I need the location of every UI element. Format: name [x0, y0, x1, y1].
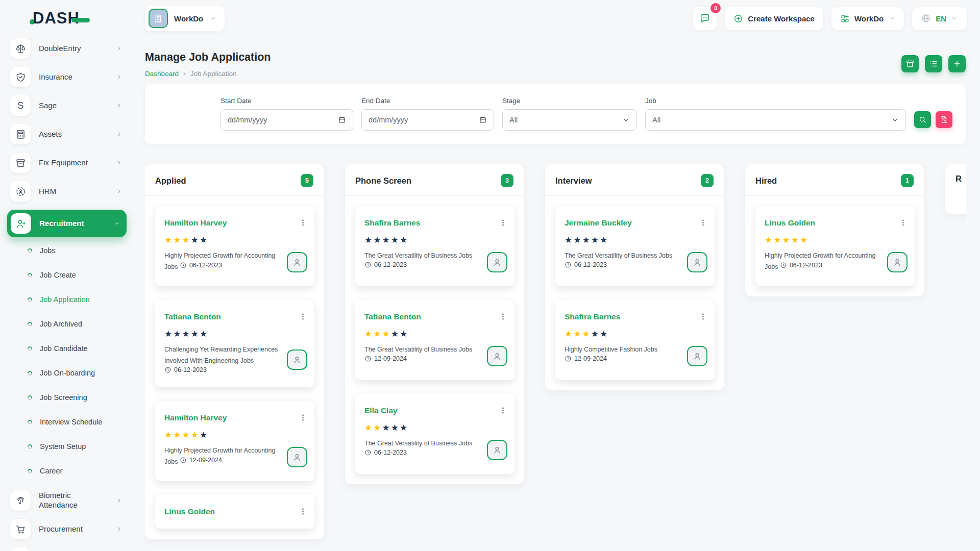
sidebar-subitem-job-screening[interactable]: Job Screening	[10, 392, 122, 403]
candidate-name[interactable]: Shafira Barnes	[565, 312, 620, 322]
column-header: Applied5	[145, 164, 324, 196]
sidebar-subitem-interview-schedule[interactable]: Interview Schedule	[10, 417, 122, 427]
start-date-input[interactable]: dd/mm/yyyy	[220, 109, 353, 131]
breadcrumb-separator: ›	[183, 69, 186, 78]
logo-dash-icon	[71, 18, 90, 22]
job-description: Challenging Yet Rewarding Experiences In…	[164, 346, 278, 364]
star-icon: ★	[600, 329, 608, 339]
candidate-name[interactable]: Jermaine Buckley	[565, 218, 632, 228]
card-menu-button[interactable]	[499, 312, 507, 321]
stage-select[interactable]: All	[502, 109, 637, 131]
sidebar-item-label: Biometric Attendance	[39, 491, 101, 510]
search-button[interactable]	[914, 111, 931, 128]
chevron-down-icon	[888, 15, 895, 22]
column-title: Phone Screen	[355, 176, 411, 186]
candidate-name[interactable]: Shafira Barnes	[364, 218, 420, 228]
candidate-name[interactable]: Tatiana Benton	[164, 312, 221, 322]
card-menu-button[interactable]	[299, 413, 307, 422]
card-menu-button[interactable]	[299, 507, 307, 516]
reset-filters-button[interactable]	[936, 111, 952, 128]
candidate-card[interactable]: Ella Clay★★★★★The Great Versatility of B…	[355, 394, 514, 474]
card-menu-button[interactable]	[299, 312, 307, 321]
sidebar-subitem-job-create[interactable]: Job Create	[10, 270, 122, 280]
calendar-icon	[338, 116, 346, 124]
create-workspace-button[interactable]: Create Workspace	[725, 7, 823, 30]
sidebar-subitem-system-setup[interactable]: System Setup	[10, 441, 122, 452]
column-header: R	[945, 164, 966, 192]
candidate-card[interactable]: Hamilton Harvey★★★★★Highly Projected Gro…	[155, 401, 314, 481]
add-application-button[interactable]	[948, 55, 966, 72]
sidebar-item-sage[interactable]: SSage	[10, 95, 122, 116]
sidebar-subitem-jobs[interactable]: Jobs	[10, 245, 122, 256]
kanban-column-r: R	[945, 164, 966, 214]
candidate-name[interactable]: Linus Golden	[164, 507, 215, 517]
sidebar-item-recruitment[interactable]: Recruitment	[7, 210, 127, 237]
sidebar-subitem-job-archived[interactable]: Job Archived	[10, 319, 122, 329]
candidate-card[interactable]: Jermaine Buckley★★★★★The Great Versatili…	[555, 206, 715, 286]
candidate-name[interactable]: Hamilton Harvey	[164, 413, 227, 423]
sidebar-item-assets[interactable]: Assets	[10, 124, 122, 144]
list-view-button[interactable]	[925, 55, 942, 72]
sidebar-item-doubleentry[interactable]: DoubleEntry	[10, 38, 122, 59]
sidebar-item-label: DoubleEntry	[39, 44, 81, 54]
candidate-card[interactable]: Shafira Barnes★★★★★Highly Competitive Fa…	[555, 300, 715, 380]
card-menu-button[interactable]	[899, 218, 908, 227]
star-icon: ★	[400, 235, 408, 245]
job-select[interactable]: All	[645, 109, 906, 131]
sidebar-subitem-career[interactable]: Career	[10, 466, 122, 476]
candidate-name[interactable]: Tatiana Benton	[364, 312, 421, 322]
workspace-switcher[interactable]: WorkDo	[145, 6, 225, 31]
sidebar-item-biometric-attendance[interactable]: Biometric Attendance	[10, 490, 122, 511]
module-icon	[10, 547, 31, 551]
shield-icon	[10, 67, 31, 87]
candidate-card[interactable]: Tatiana Benton★★★★★Challenging Yet Rewar…	[155, 300, 314, 387]
bullet-icon	[27, 394, 33, 401]
sidebar-item-more[interactable]	[10, 547, 122, 551]
candidate-card[interactable]: Shafira Barnes★★★★★The Great Versatility…	[355, 206, 514, 286]
sidebar-item-fix-equipment[interactable]: Fix Equipment	[10, 153, 122, 173]
page-actions	[901, 55, 966, 72]
calendar-icon	[479, 116, 487, 124]
candidate-card[interactable]: Linus Golden	[155, 495, 314, 529]
archive-button[interactable]	[901, 55, 919, 72]
language-selector[interactable]: EN	[912, 7, 967, 30]
card-menu-button[interactable]	[699, 218, 707, 227]
sidebar-item-procurement[interactable]: Procurement	[10, 519, 122, 539]
star-icon: ★	[391, 329, 400, 339]
candidate-name[interactable]: Ella Clay	[364, 406, 398, 416]
messages-count-badge: 0	[710, 3, 721, 13]
globe-icon	[921, 13, 931, 23]
star-icon: ★	[582, 235, 591, 245]
workdo-menu-button[interactable]: WorkDo	[831, 7, 904, 30]
star-icon: ★	[164, 235, 173, 245]
card-menu-button[interactable]	[699, 312, 707, 321]
candidate-card[interactable]: Hamilton Harvey★★★★★Highly Projected Gro…	[155, 206, 314, 286]
candidate-card[interactable]: Linus Golden★★★★★Highly Projected Growth…	[755, 206, 915, 286]
candidate-avatar	[287, 349, 307, 370]
end-date-input[interactable]: dd/mm/yyyy	[361, 109, 494, 131]
chevron-right-icon	[115, 131, 122, 138]
card-menu-button[interactable]	[299, 218, 307, 227]
star-icon: ★	[591, 329, 600, 339]
building-icon	[149, 9, 168, 28]
sidebar-item-hrm[interactable]: HRM	[10, 181, 122, 202]
top-bar: DASH WorkDo 0 Create Workspace WorkDo EN	[0, 0, 980, 37]
column-title: Interview	[555, 176, 592, 186]
sidebar-subitem-job-on-boarding[interactable]: Job On-boarding	[10, 368, 122, 378]
candidate-card[interactable]: Tatiana Benton★★★★★The Great Versatility…	[355, 300, 514, 380]
card-menu-button[interactable]	[499, 406, 507, 415]
sidebar-subitem-job-application[interactable]: Job Application	[10, 294, 122, 305]
language-code: EN	[936, 14, 946, 23]
app-logo[interactable]: DASH	[0, 9, 136, 28]
breadcrumb-dashboard-link[interactable]: Dashboard	[145, 70, 179, 78]
messages-button[interactable]: 0	[693, 7, 717, 30]
candidate-name[interactable]: Hamilton Harvey	[164, 218, 227, 228]
sidebar-subitem-label: Job On-boarding	[40, 368, 95, 378]
candidate-name[interactable]: Linus Golden	[765, 218, 815, 228]
rating-stars: ★★★★★	[164, 236, 307, 245]
sidebar-item-label: Procurement	[39, 524, 83, 534]
kanban-column-hired: Hired1Linus Golden★★★★★Highly Projected …	[745, 164, 924, 296]
sidebar-subitem-job-candidate[interactable]: Job Candidate	[10, 343, 122, 354]
card-menu-button[interactable]	[499, 218, 507, 227]
sidebar-item-insurance[interactable]: Insurance	[10, 67, 122, 87]
